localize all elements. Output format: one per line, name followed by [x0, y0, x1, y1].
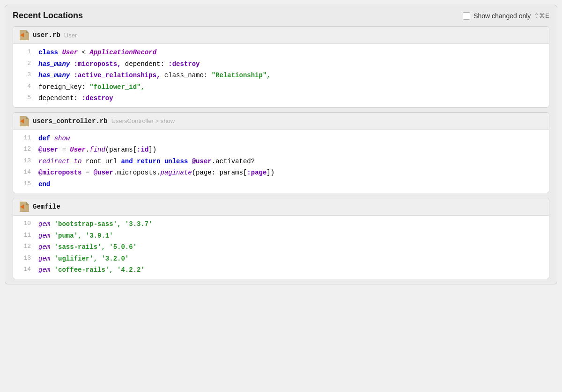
code-block-gemfile: 10 gem 'bootstrap-sass', '3.3.7' 11 gem … — [13, 216, 549, 279]
code-line: 4 foreign_key: "follower_id", — [13, 81, 549, 93]
code-line: 14 @microposts = @user.microposts.pagina… — [13, 167, 549, 179]
code-line: 3 has_many :active_relationships, class_… — [13, 70, 549, 81]
code-content: has_many :active_relationships, class_na… — [38, 70, 271, 81]
section-header-gemfile: Gemfile — [13, 198, 549, 216]
code-line: 15 end — [13, 179, 549, 190]
code-content: redirect_to root_url and return unless @… — [38, 156, 255, 167]
line-num: 14 — [18, 264, 31, 276]
filename-gemfile: Gemfile — [33, 203, 60, 211]
code-line: 12 @user = User.find(params[:id]) — [13, 144, 549, 156]
code-content: def show — [38, 133, 70, 145]
code-line: 5 dependent: :destroy — [13, 93, 549, 104]
code-content: has_many :microposts, dependent: :destro… — [38, 58, 200, 70]
line-num: 11 — [18, 133, 31, 145]
code-block-user-rb: 1 class User < ApplicationRecord 2 has_m… — [13, 44, 549, 107]
line-num: 14 — [18, 167, 31, 179]
recent-locations-panel: Recent Locations Show changed only ⇧⌘E — [5, 5, 557, 284]
file-icon-gemfile — [20, 202, 29, 212]
line-num: 13 — [18, 253, 31, 265]
line-num: 15 — [18, 179, 31, 190]
file-icon-users-controller-rb — [20, 116, 29, 126]
line-num: 2 — [18, 58, 31, 70]
show-changed-control[interactable]: Show changed only ⇧⌘E — [463, 12, 549, 20]
code-content: gem 'uglifier', '3.2.0' — [38, 253, 129, 265]
line-num: 11 — [18, 230, 31, 242]
section-header-users-controller-rb: users_controller.rb UsersController > sh… — [13, 113, 549, 130]
line-num: 13 — [18, 156, 31, 167]
breadcrumb-users-controller-rb: UsersController > show — [111, 117, 175, 124]
section-header-user-rb: user.rb User — [13, 27, 549, 44]
show-changed-checkbox[interactable] — [463, 12, 470, 20]
code-line: 14 gem 'coffee-rails', '4.2.2' — [13, 264, 549, 276]
panel-title: Recent Locations — [13, 11, 83, 21]
section-gemfile: Gemfile 10 gem 'bootstrap-sass', '3.3.7'… — [13, 198, 549, 279]
line-num: 10 — [18, 218, 31, 230]
code-content: foreign_key: "follower_id", — [38, 81, 145, 93]
line-num: 5 — [18, 93, 31, 104]
code-line: 11 gem 'puma', '3.9.1' — [13, 230, 549, 242]
code-content: end — [38, 179, 50, 190]
code-content: gem 'puma', '3.9.1' — [38, 230, 113, 242]
code-line: 13 redirect_to root_url and return unles… — [13, 156, 549, 167]
file-icon-user-rb — [20, 30, 29, 40]
code-content: gem 'bootstrap-sass', '3.3.7' — [38, 218, 153, 230]
code-block-users-controller-rb: 11 def show 12 @user = User.find(params[… — [13, 130, 549, 193]
line-num: 3 — [18, 70, 31, 81]
code-line: 2 has_many :microposts, dependent: :dest… — [13, 58, 549, 70]
breadcrumb-user-rb: User — [64, 32, 77, 39]
line-num: 4 — [18, 81, 31, 93]
line-num: 1 — [18, 47, 31, 58]
code-content: dependent: :destroy — [38, 93, 113, 104]
code-content: gem 'coffee-rails', '4.2.2' — [38, 264, 145, 276]
main-container: Recent Locations Show changed only ⇧⌘E — [0, 0, 562, 289]
code-content: @user = User.find(params[:id]) — [38, 144, 156, 156]
code-line: 11 def show — [13, 133, 549, 145]
code-line: 13 gem 'uglifier', '3.2.0' — [13, 253, 549, 265]
code-content: class User < ApplicationRecord — [38, 47, 156, 58]
show-changed-label: Show changed only — [473, 12, 531, 20]
code-content: gem 'sass-rails', '5.0.6' — [38, 241, 137, 253]
panel-header: Recent Locations Show changed only ⇧⌘E — [13, 11, 549, 21]
filename-users-controller-rb: users_controller.rb — [33, 117, 108, 125]
section-users-controller-rb: users_controller.rb UsersController > sh… — [13, 112, 549, 194]
code-line: 10 gem 'bootstrap-sass', '3.3.7' — [13, 218, 549, 230]
code-line: 1 class User < ApplicationRecord — [13, 47, 549, 58]
section-user-rb: user.rb User 1 class User < ApplicationR… — [13, 26, 549, 108]
line-num: 12 — [18, 241, 31, 253]
code-content: @microposts = @user.microposts.paginate(… — [38, 167, 274, 179]
show-changed-shortcut: ⇧⌘E — [534, 12, 549, 19]
line-num: 12 — [18, 144, 31, 156]
filename-user-rb: user.rb — [33, 31, 60, 39]
code-line: 12 gem 'sass-rails', '5.0.6' — [13, 241, 549, 253]
